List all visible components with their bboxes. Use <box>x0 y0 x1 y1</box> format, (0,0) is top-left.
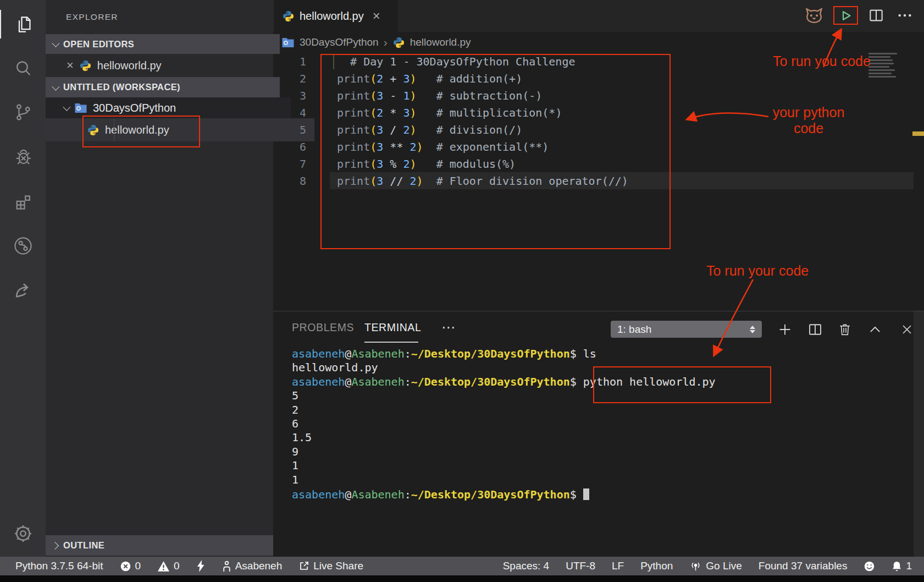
open-editors-label: OPEN EDITORS <box>63 39 134 50</box>
vscode-window: EXPLORER OPEN EDITORS × helloworld.py UN… <box>0 0 924 582</box>
status-item[interactable]: Python 3.7.5 64-bit <box>15 560 103 572</box>
status-item[interactable]: Found 37 variables <box>759 560 848 572</box>
activity-bar <box>0 0 46 557</box>
tab-terminal[interactable]: TERMINAL <box>364 321 421 334</box>
status-item-warning-triangle-icon[interactable]: 0 <box>157 560 180 572</box>
terminal-cursor <box>583 488 589 500</box>
warning-triangle-icon <box>157 561 170 572</box>
status-item-broadcast-icon[interactable]: Go Live <box>689 560 742 573</box>
code-editor[interactable]: # Day 1 - 30DaysOfPython Challengeprint(… <box>337 53 628 190</box>
code-line: print(3 % 2) # modulus(%) <box>337 156 628 173</box>
split-editor-icon[interactable] <box>865 4 887 26</box>
terminal-output-line: 1.5 <box>292 431 716 444</box>
tab-problems[interactable]: PROBLEMS <box>292 321 354 334</box>
outline-label: OUTLINE <box>63 540 104 551</box>
code-line: print(3 // 2) # Floor division operator(… <box>337 173 628 190</box>
live-share-icon <box>298 561 309 572</box>
status-item-label: Go Live <box>706 560 742 572</box>
source-control-icon[interactable] <box>0 98 46 127</box>
code-line: print(3 / 2) # division(/) <box>337 122 628 139</box>
split-terminal-icon[interactable] <box>806 320 825 339</box>
shell-selector[interactable]: 1: bash <box>611 321 762 338</box>
python-icon <box>79 59 92 72</box>
terminal-output-line: helloworld.py <box>292 361 716 375</box>
terminal-content[interactable]: asabeneh@Asabeneh:~/Desktop/30DaysOfPyth… <box>292 347 716 502</box>
status-item-label: Spaces: 4 <box>503 560 550 572</box>
status-item[interactable]: Spaces: 4 <box>503 560 550 572</box>
terminal-output-line: 9 <box>292 445 716 459</box>
status-bar: Python 3.7.5 64-bit00AsabenehLive Share … <box>0 557 924 575</box>
terminal-output-line: 1 <box>292 459 716 473</box>
cat-icon[interactable] <box>803 4 826 26</box>
status-bar-left: Python 3.7.5 64-bit00AsabenehLive Share <box>15 560 363 572</box>
minimap[interactable] <box>868 53 905 79</box>
status-item-label: UTF-8 <box>566 560 595 572</box>
status-bar-right: Spaces: 4UTF-8LFPythonGo LiveFound 37 va… <box>503 560 912 573</box>
panel-scrollbar[interactable] <box>914 311 924 557</box>
extensions-icon[interactable] <box>0 188 46 217</box>
status-item-live-share-icon[interactable]: Live Share <box>298 560 363 572</box>
settings-gear-icon[interactable] <box>0 519 46 548</box>
kill-terminal-icon[interactable] <box>836 320 854 339</box>
share-icon[interactable] <box>0 276 46 305</box>
close-icon[interactable]: × <box>67 59 74 72</box>
annotation-your-code: your python code <box>764 105 853 136</box>
run-code-button[interactable] <box>833 6 858 25</box>
open-editor-item-helloworld[interactable]: × helloworld.py <box>46 54 294 77</box>
breadcrumb: 30DaysOfPython › helloworld.py <box>273 32 924 53</box>
terminal-panel: PROBLEMS TERMINAL ⋯ 1: bash asabeneh@Asa… <box>273 311 924 557</box>
open-editor-file-label: helloworld.py <box>97 59 162 72</box>
chevron-down-icon <box>52 83 59 90</box>
status-item[interactable]: LF <box>612 560 624 572</box>
open-editors-section-header[interactable]: OPEN EDITORS <box>46 34 280 54</box>
status-item[interactable]: Python <box>640 560 673 572</box>
bottom-black-strip <box>0 575 924 582</box>
active-tab-underline <box>364 342 418 343</box>
panel-more-icon[interactable]: ⋯ <box>441 319 456 336</box>
status-item-bell-icon[interactable]: 1 <box>892 560 912 572</box>
workspace-section-header[interactable]: UNTITLED (WORKSPACE) <box>46 77 280 97</box>
terminal-output-line: 2 <box>292 403 716 417</box>
status-item-label: Found 37 variables <box>759 560 848 572</box>
terminal-output-line: 6 <box>292 417 716 431</box>
status-item-error-circle-icon[interactable]: 0 <box>120 560 141 572</box>
lightning-icon <box>196 560 206 572</box>
folder-label: 30DaysOfPython <box>93 102 176 114</box>
new-terminal-icon[interactable] <box>776 320 794 339</box>
more-actions-icon[interactable] <box>893 4 917 26</box>
close-tab-icon[interactable]: × <box>373 9 380 23</box>
maximize-panel-icon[interactable] <box>866 320 884 339</box>
code-line: # Day 1 - 30DaysOfPython Challenge <box>337 53 628 70</box>
status-item-smiley-icon[interactable] <box>864 561 875 572</box>
python-icon <box>282 10 295 23</box>
tab-helloworld[interactable]: helloworld.py × <box>274 0 398 32</box>
chevron-right-icon <box>51 541 59 549</box>
breadcrumb-file[interactable]: helloworld.py <box>410 36 471 48</box>
outline-section-header[interactable]: OUTLINE <box>46 535 280 556</box>
workspace-label: UNTITLED (WORKSPACE) <box>63 82 180 92</box>
chevron-down-icon <box>63 103 70 111</box>
debug-icon[interactable] <box>0 143 46 172</box>
status-item-label: Live Share <box>313 560 363 572</box>
search-icon[interactable] <box>0 54 46 83</box>
status-item-person-icon[interactable]: Asabeneh <box>222 560 283 572</box>
live-share-session-icon[interactable] <box>0 232 46 260</box>
sidebar-title-label: EXPLORER <box>66 12 118 22</box>
status-item-lightning-icon[interactable] <box>196 560 206 572</box>
status-item-label: LF <box>612 560 624 572</box>
sidebar-title: EXPLORER <box>46 0 294 34</box>
smiley-icon <box>864 561 875 572</box>
terminal-prompt-line: asabeneh@Asabeneh:~/Desktop/30DaysOfPyth… <box>292 347 716 361</box>
status-item[interactable]: UTF-8 <box>566 560 595 572</box>
status-item-label: Asabeneh <box>235 560 283 572</box>
annotation-run-bottom: To run your code <box>706 263 809 279</box>
terminal-prompt-line: asabeneh@Asabeneh:~/Desktop/30DaysOfPyth… <box>292 375 716 389</box>
files-icon[interactable] <box>0 10 47 39</box>
status-item-label: 1 <box>906 560 912 572</box>
breadcrumb-folder[interactable]: 30DaysOfPython <box>300 36 379 48</box>
explorer-sidebar: EXPLORER OPEN EDITORS × helloworld.py UN… <box>46 0 273 557</box>
python-icon <box>392 36 405 49</box>
bell-icon <box>892 561 902 572</box>
folder-item-30daysofpython[interactable]: 30DaysOfPython <box>46 97 291 118</box>
code-line: print(2 * 3) # multiplication(*) <box>337 105 628 122</box>
